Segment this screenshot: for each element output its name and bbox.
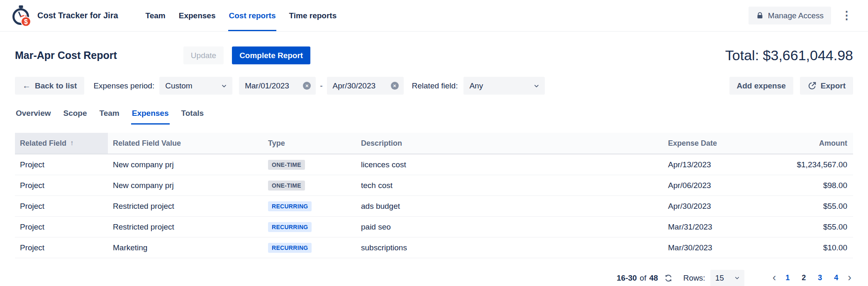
chevron-down-icon [221,83,227,89]
complete-report-button[interactable]: Complete Report [232,46,310,64]
cell-related-field-value: New company prj [108,154,263,175]
cell-type: ONE-TIME [263,175,356,196]
more-options-button[interactable]: ⋮ [838,7,856,24]
add-expense-button[interactable]: Add expense [729,77,793,95]
page-button-3[interactable]: 3 [814,271,826,285]
rows-per-page-label: Rows: [683,274,705,283]
page-button-4[interactable]: 4 [830,271,842,285]
cell-related-field-value: Restricted project [108,196,263,216]
date-to-value: Apr/30/2023 [333,81,376,90]
nav-item-cost-reports[interactable]: Cost reports [228,0,277,31]
clear-date-from-icon[interactable]: × [303,82,311,90]
table-row: Project New company prj ONE-TIME tech co… [15,175,853,196]
row-range: 16-30 [617,274,637,283]
page-button-2-current[interactable]: 2 [797,271,810,285]
related-field-label: Related field: [412,81,458,90]
cell-description: licences cost [356,154,663,175]
chevron-down-icon [734,275,740,281]
report-title: Mar-Apr Cost Report [15,49,117,61]
table-row: Project New company prj ONE-TIME licence… [15,154,853,175]
report-total-label: Total: [725,47,759,63]
cell-related-field-value: Marketing [108,237,263,258]
date-to-input[interactable]: Apr/30/2023 × [327,77,404,95]
cell-type: RECURRING [263,217,356,237]
back-to-list-button[interactable]: ← Back to list [15,77,84,95]
report-title-row: Mar-Apr Cost Report Update Complete Repo… [15,46,853,64]
period-select[interactable]: Custom [159,77,232,95]
tab-expenses[interactable]: Expenses [131,107,170,125]
previous-page-button[interactable]: ‹ [771,272,778,284]
cell-expense-date: Apr/06/2023 [663,175,774,196]
export-label: Export [821,81,846,90]
header-related-field-label: Related Field [20,139,66,148]
app-header: $ Cost Tracker for Jira Team Expenses Co… [0,0,868,32]
manage-access-label: Manage Access [768,11,824,20]
cell-amount: $98.00 [774,175,853,196]
header-related-field[interactable]: Related Field ↑ [15,133,108,154]
cell-related-field: Project [15,217,108,237]
type-badge: ONE-TIME [268,181,305,191]
cell-expense-date: Mar/31/2023 [663,217,774,237]
rows-per-page-group: Rows: 15 [683,270,744,286]
cell-type: RECURRING [263,237,356,258]
header-description[interactable]: Description [356,133,663,154]
svg-text:$: $ [24,18,28,25]
report-total: Total: $3,661,044.98 [725,47,853,64]
refresh-button[interactable] [663,272,674,284]
date-from-input[interactable]: Mar/01/2023 × [239,77,316,95]
rows-per-page-select[interactable]: 15 [710,270,744,286]
cell-related-field: Project [15,175,108,196]
refresh-icon [664,274,673,282]
report-tabs: Overview Scope Team Expenses Totals [15,107,853,125]
nav-item-time-reports[interactable]: Time reports [288,0,337,31]
sort-ascending-icon: ↑ [70,139,74,147]
tab-totals[interactable]: Totals [180,107,205,125]
nav-item-expenses[interactable]: Expenses [178,0,217,31]
add-expense-label: Add expense [737,81,786,90]
type-badge: ONE-TIME [268,160,305,170]
cell-amount: $10.00 [774,237,853,258]
header-amount[interactable]: Amount [774,133,853,154]
update-button[interactable]: Update [183,46,224,64]
row-total: 48 [649,274,658,283]
type-badge: RECURRING [268,243,312,253]
main-content: Mar-Apr Cost Report Update Complete Repo… [0,46,868,286]
manage-access-button[interactable]: Manage Access [749,7,831,24]
back-to-list-label: Back to list [35,81,77,90]
tab-team[interactable]: Team [99,107,120,125]
tab-overview[interactable]: Overview [15,107,52,125]
filter-row: ← Back to list Expenses period: Custom M… [15,77,853,95]
nav-item-team[interactable]: Team [145,0,166,31]
cell-expense-date: Apr/30/2023 [663,196,774,216]
expenses-period-label: Expenses period: [93,81,154,90]
type-badge: RECURRING [268,222,312,232]
next-page-button[interactable]: › [846,272,853,284]
clear-date-to-icon[interactable]: × [391,82,399,90]
cell-related-field-value: New company prj [108,175,263,196]
tab-scope[interactable]: Scope [63,107,88,125]
cell-type: ONE-TIME [263,154,356,175]
type-badge: RECURRING [268,201,312,211]
export-button[interactable]: Export [800,77,853,95]
expenses-table: Related Field ↑ Related Field Value Type… [15,133,853,258]
kebab-icon: ⋮ [841,9,852,22]
page-button-1[interactable]: 1 [781,271,794,285]
cell-description: subscriptions [356,237,663,258]
cell-type: RECURRING [263,196,356,216]
report-total-value: $3,661,044.98 [763,47,853,63]
row-range-of-label: of [640,274,646,283]
date-from-value: Mar/01/2023 [245,81,289,90]
header-type[interactable]: Type [263,133,356,154]
cell-amount: $55.00 [774,217,853,237]
cell-related-field: Project [15,154,108,175]
cell-related-field: Project [15,196,108,216]
related-field-select[interactable]: Any [463,77,545,95]
app-logo-icon: $ [10,5,32,27]
header-expense-date[interactable]: Expense Date [663,133,774,154]
chevron-down-icon [533,83,540,89]
rows-per-page-value: 15 [715,274,724,283]
pagination: ‹ 1 2 3 4 › [771,271,853,285]
table-footer: 16-30 of 48 Rows: 15 [15,269,853,286]
related-field-select-value: Any [469,81,483,90]
header-related-field-value[interactable]: Related Field Value [108,133,263,154]
